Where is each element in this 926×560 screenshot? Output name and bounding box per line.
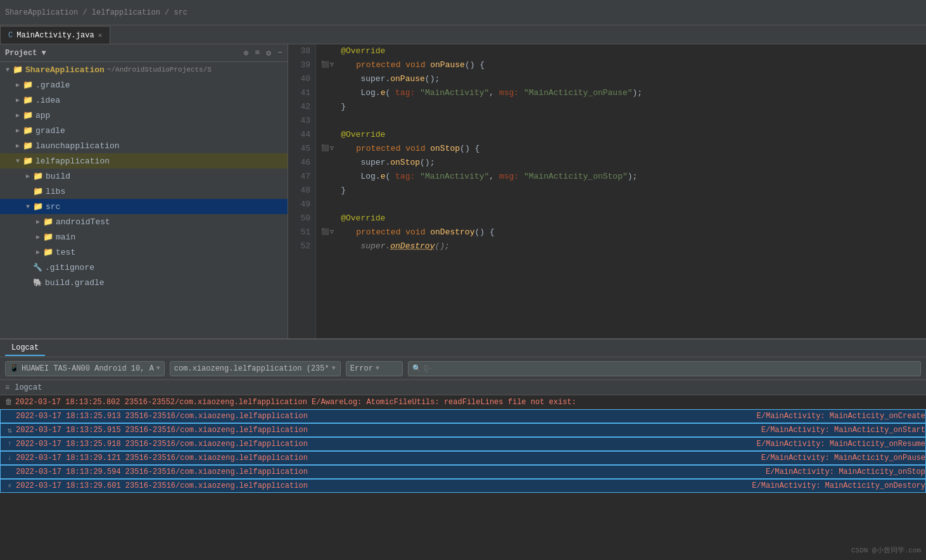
line-48: 48 xyxy=(288,184,315,198)
log-text-4-highlight: E/MainActivity: MainActicity_onResume xyxy=(757,440,925,449)
folder-icon-main: 📁 xyxy=(43,232,53,242)
log-text-5-prefix: 2022-03-17 18:13:29.121 23516-23516/com.… xyxy=(16,454,759,462)
line-42: 42 xyxy=(288,100,315,114)
tree-item-libs[interactable]: ▶ 📁 libs xyxy=(0,184,288,199)
tree-arrow-build: ▶ xyxy=(23,172,33,180)
folder-icon-app: 📁 xyxy=(23,110,33,120)
log-row-5: ↓ 2022-03-17 18:13:29.121 23516-23516/co… xyxy=(0,451,926,465)
log-text-5-highlight: E/MainActivity: MainActicity_onPause xyxy=(761,454,925,462)
line-numbers: 38 39 40 41 42 43 44 45 46 47 48 49 50 5… xyxy=(288,44,316,338)
breadcrumb-text: ShareApplication / lelfapplication / src xyxy=(5,8,187,17)
folder-icon-androidtest: 📁 xyxy=(43,217,53,227)
sidebar-header-title: Project ▼ xyxy=(5,49,46,58)
tree-item-label-launchapplication: launchapplication xyxy=(35,141,120,151)
menu-icon[interactable]: ≡ xyxy=(255,48,260,58)
line-46: 46 xyxy=(288,156,315,170)
line-49: 49 xyxy=(288,198,315,212)
tree-item-app[interactable]: ▶ 📁 app xyxy=(0,108,288,123)
folder-icon-gradle2: 📁 xyxy=(23,125,33,136)
log-row-2: 2022-03-17 18:13:25.913 23516-23516/com.… xyxy=(0,409,926,423)
line-41: 41 xyxy=(288,86,315,100)
device-label: HUAWEI TAS-AN00 Android 10, A xyxy=(22,364,154,373)
code-line-44: @Override xyxy=(316,128,926,142)
level-selector[interactable]: Error ▼ xyxy=(346,361,403,376)
line-51: 51 xyxy=(288,226,315,239)
code-line-39: ⬛ ▽ protected void onPause() { xyxy=(316,58,926,72)
tab-close-icon[interactable]: ✕ xyxy=(98,31,103,39)
fold-51: ▽ xyxy=(330,226,334,239)
code-line-41: Log.e( tag: "MainActivity", msg: "MainAc… xyxy=(316,86,926,100)
tree-item-launchapplication[interactable]: ▶ 📁 launchapplication xyxy=(0,138,288,153)
log-text-1: 2022-03-17 18:13:25.802 23516-23552/com.… xyxy=(15,398,926,407)
bottom-tab-bar: Logcat xyxy=(0,340,926,357)
gutter-51: ⬛ xyxy=(321,226,329,239)
tree-item-label-gradle2: gradle xyxy=(35,126,65,136)
filter-icon[interactable]: ⚡ xyxy=(3,481,16,491)
trash-icon[interactable]: 🗑 xyxy=(3,397,15,407)
device-selector[interactable]: 📱 HUAWEI TAS-AN00 Android 10, A ▼ xyxy=(5,361,165,376)
tree-item-src[interactable]: ▼ 📁 src xyxy=(0,199,288,214)
device-dropdown-icon: ▼ xyxy=(156,365,160,372)
tree-item-androidtest[interactable]: ▶ 📁 androidTest xyxy=(0,214,288,229)
folder-icon-test: 📁 xyxy=(43,247,53,257)
gradle-file-icon: 🐘 xyxy=(33,278,42,288)
bottom-panel: Logcat 📱 HUAWEI TAS-AN00 Android 10, A ▼… xyxy=(0,338,926,560)
minus-icon[interactable]: − xyxy=(277,48,282,58)
level-dropdown-icon: ▼ xyxy=(376,365,379,372)
app-selector[interactable]: com.xiaozeng.lelfapplication (235* ▼ xyxy=(170,361,341,376)
tree-arrow-launchapplication: ▶ xyxy=(13,142,23,150)
tree-arrow-shareapplication: ▼ xyxy=(3,67,13,73)
editor-tab-bar: C MainActivity.java ✕ xyxy=(0,25,926,44)
globe-icon[interactable]: ⊕ xyxy=(244,48,249,58)
tree-item-test[interactable]: ▶ 📁 test xyxy=(0,245,288,260)
tree-arrow-main: ▶ xyxy=(33,233,43,241)
tree-item-idea[interactable]: ▶ 📁 .idea xyxy=(0,92,288,108)
up-arrow-icon[interactable]: ↑ xyxy=(3,440,16,449)
tree-item-gradle[interactable]: ▶ 📁 .gradle xyxy=(0,77,288,92)
tree-arrow-lelfapplication: ▼ xyxy=(13,158,23,165)
tab-mainactivity[interactable]: C MainActivity.java ✕ xyxy=(0,26,110,44)
log-row-6: 2022-03-17 18:13:29.594 23516-23516/com.… xyxy=(0,465,926,479)
gear-icon[interactable]: ⚙ xyxy=(266,48,271,58)
code-line-48: } xyxy=(316,184,926,198)
code-line-52: super.onDestroy(); xyxy=(316,239,926,253)
tree-item-buildgradle[interactable]: ▶ 🐘 build.gradle xyxy=(0,275,288,290)
code-line-43 xyxy=(316,114,926,128)
down-arrow-icon[interactable]: ↓ xyxy=(3,454,16,462)
logcat-tab-label: Logcat xyxy=(11,343,39,352)
tree-item-label-build: build xyxy=(46,172,70,181)
project-sidebar: Project ▼ ⊕ ≡ ⚙ − ▼ 📁 ShareApplication ~… xyxy=(0,44,288,338)
line-40: 40 xyxy=(288,72,315,86)
tree-item-label-gitignore: .gitignore xyxy=(45,263,94,272)
tree-item[interactable]: ▼ 📁 ShareApplication ~/AndroidStudioProj… xyxy=(0,62,288,77)
tree-item-build[interactable]: ▶ 📁 build xyxy=(0,169,288,184)
breadcrumb-bar: ShareApplication / lelfapplication / src xyxy=(0,0,926,25)
line-38: 38 xyxy=(288,44,315,58)
log-text-7-highlight: E/MainActivity: MainActicity_onDestory xyxy=(752,481,925,490)
folder-icon-launchapplication: 📁 xyxy=(23,141,33,151)
tree-item-label-main: main xyxy=(56,232,75,242)
sidebar-header: Project ▼ ⊕ ≡ ⚙ − xyxy=(0,44,288,62)
logcat-search[interactable]: 🔍 Q- xyxy=(408,361,921,376)
tree-item-main[interactable]: ▶ 📁 main xyxy=(0,229,288,245)
level-label: Error xyxy=(350,364,373,373)
tab-label: MainActivity.java xyxy=(16,31,94,40)
tree-item-lelfapplication[interactable]: ▼ 📁 lelfapplication xyxy=(0,153,288,169)
tree-item-gitignore[interactable]: ▶ 🔧 .gitignore xyxy=(0,260,288,275)
app-label: com.xiaozeng.lelfapplication (235* xyxy=(174,364,329,373)
code-line-42: } xyxy=(316,100,926,114)
java-file-icon: C xyxy=(8,31,13,40)
tree-item-gradle2[interactable]: ▶ 📁 gradle xyxy=(0,123,288,138)
log-row-3: ⇅ 2022-03-17 18:13:25.915 23516-23516/co… xyxy=(0,423,926,437)
code-line-50: @Override xyxy=(316,212,926,226)
log-row-1: 🗑 2022-03-17 18:13:25.802 23516-23552/co… xyxy=(0,395,926,409)
log-row-4: ↑ 2022-03-17 18:13:25.918 23516-23516/co… xyxy=(0,437,926,451)
search-placeholder: Q- xyxy=(424,364,433,373)
app-dropdown-icon: ▼ xyxy=(332,365,336,372)
tree-item-label-test: test xyxy=(56,248,75,257)
phone-icon: 📱 xyxy=(10,364,19,373)
sort-icon[interactable]: ⇅ xyxy=(3,426,16,435)
folder-icon-lelfapplication: 📁 xyxy=(23,156,33,166)
tab-logcat[interactable]: Logcat xyxy=(5,341,45,356)
tree-item-label-lelfapplication: lelfapplication xyxy=(35,156,110,166)
